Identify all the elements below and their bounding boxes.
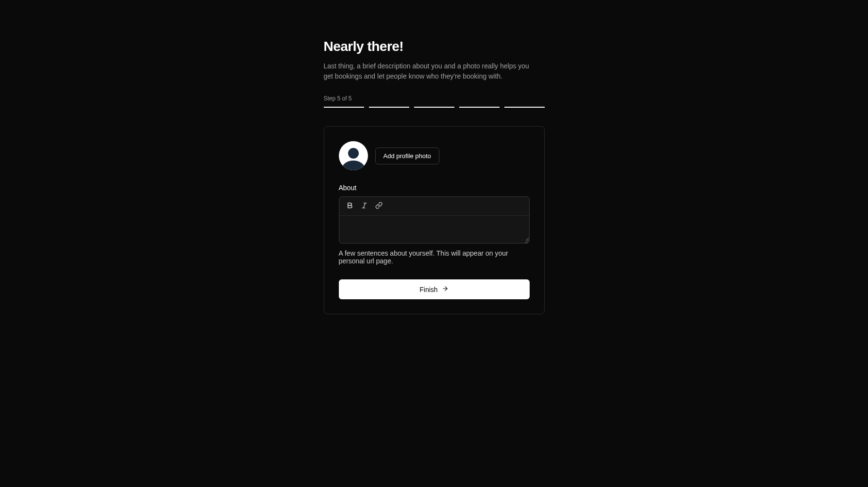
progress-step-5 [504,107,545,108]
italic-button[interactable] [359,200,370,212]
progress-step-1 [324,107,364,108]
about-label: About [339,184,530,192]
finish-button[interactable]: Finish [339,279,530,299]
page-subtitle: Last thing, a brief description about yo… [324,61,533,81]
progress-step-2 [369,107,409,108]
avatar-head-shape [348,148,359,159]
bold-button[interactable] [344,200,356,212]
about-editor [339,196,530,244]
avatar-body-shape [342,161,365,170]
arrow-right-icon [442,285,449,293]
about-textarea[interactable] [339,216,529,241]
add-profile-photo-button[interactable]: Add profile photo [375,147,439,164]
finish-button-label: Finish [419,286,437,293]
svg-line-2 [364,203,366,208]
onboarding-container: Nearly there! Last thing, a brief descri… [324,39,545,487]
step-label: Step 5 of 5 [324,95,545,102]
italic-icon [361,202,368,211]
link-icon [375,202,383,211]
page-title: Nearly there! [324,39,545,54]
bold-icon [346,202,353,211]
progress-step-4 [459,107,500,108]
svg-line-4 [526,242,528,244]
editor-toolbar [339,197,529,216]
avatar-placeholder [339,141,368,170]
progress-steps [324,107,545,108]
link-button[interactable] [373,200,385,212]
about-helper-text: A few sentences about yourself. This wil… [339,249,530,265]
profile-card: Add profile photo About [324,126,545,314]
avatar-row: Add profile photo [339,141,530,170]
progress-step-3 [414,107,454,108]
